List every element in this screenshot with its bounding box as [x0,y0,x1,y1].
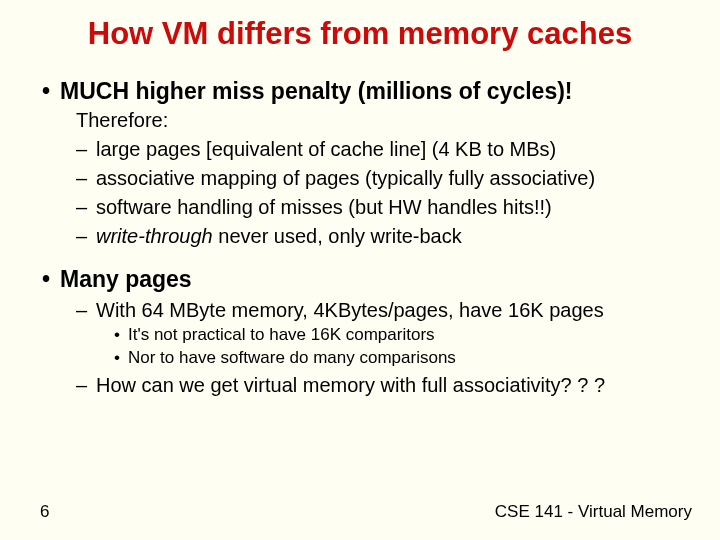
bullet-level2: large pages [equivalent of cache line] (… [76,138,698,161]
bullet-level3: Nor to have software do many comparisons [114,348,698,368]
bullet-level2-plain: Therefore: [76,109,698,132]
bullet-level2: associative mapping of pages (typically … [76,167,698,190]
bullet-level3: It's not practical to have 16K comparito… [114,325,698,345]
bullet-level2: With 64 MByte memory, 4KBytes/pages, hav… [76,299,698,322]
bullet-level1: Many pages [42,266,698,293]
bullet-level2: How can we get virtual memory with full … [76,374,698,397]
italic-text: write-through [96,225,213,247]
page-number: 6 [40,502,49,522]
bullet-level1: MUCH higher miss penalty (millions of cy… [42,78,698,105]
slide: How VM differs from memory caches MUCH h… [0,0,720,540]
bullet-level2: software handling of misses (but HW hand… [76,196,698,219]
slide-title: How VM differs from memory caches [0,16,720,52]
footer-course: CSE 141 - Virtual Memory [495,502,692,522]
slide-body: MUCH higher miss penalty (millions of cy… [42,72,698,399]
bullet-level2: write-through never used, only write-bac… [76,225,698,248]
text: never used, only write-back [213,225,462,247]
